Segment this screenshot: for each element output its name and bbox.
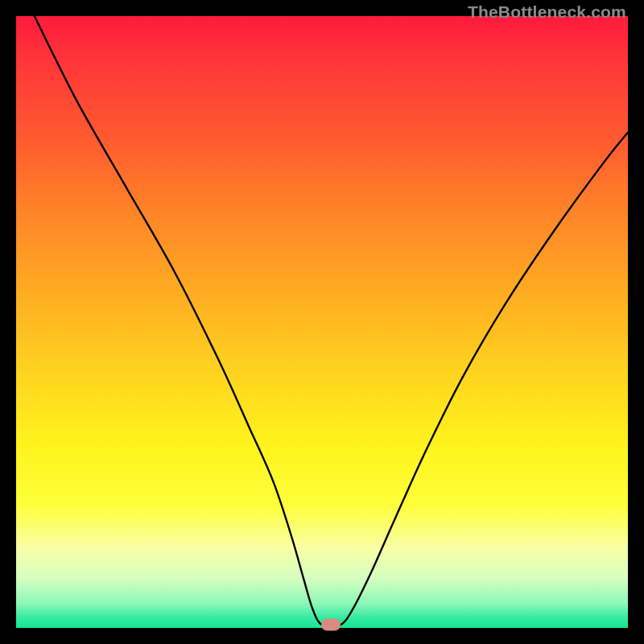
bottleneck-curve — [16, 16, 628, 628]
attribution-text: TheBottleneck.com — [468, 2, 626, 22]
chart-stage: TheBottleneck.com — [0, 0, 644, 644]
optimum-marker — [321, 619, 341, 631]
plot-area — [16, 16, 628, 628]
